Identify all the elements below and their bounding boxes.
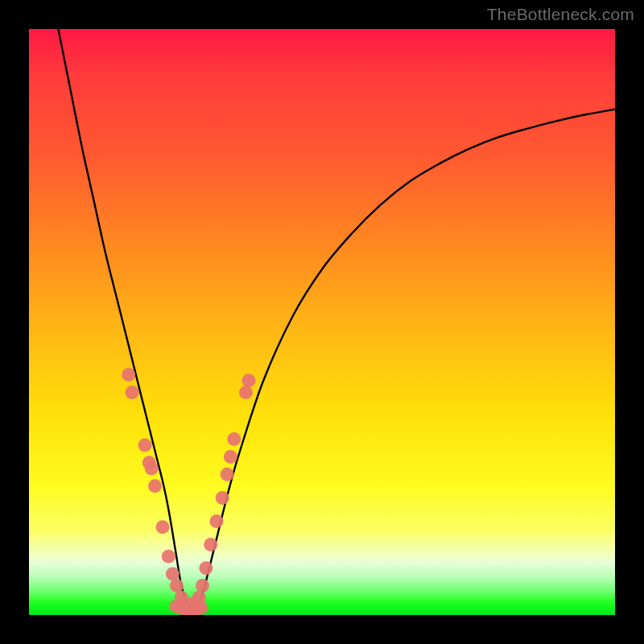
watermark-text: TheBottleneck.com [487,5,634,24]
data-point [166,568,180,581]
data-point [145,462,159,476]
chart-frame: TheBottleneck.com [0,0,644,644]
data-point [204,538,217,551]
bottleneck-curve [58,29,615,609]
valley-point [196,601,208,614]
data-point [170,579,184,592]
data-point [138,438,152,452]
scatter-points [122,368,255,615]
data-point [126,386,139,399]
data-point [199,561,213,575]
data-point [216,491,229,505]
data-point [242,374,256,387]
data-point [148,479,162,493]
data-point [162,550,175,564]
data-point [224,450,237,464]
data-point [239,386,253,399]
data-point [122,368,135,382]
data-point [221,468,234,481]
data-point [210,514,224,528]
data-point [196,579,209,592]
data-point [156,520,170,534]
chart-svg [29,29,615,615]
plot-area [29,29,615,615]
data-point [227,432,241,446]
